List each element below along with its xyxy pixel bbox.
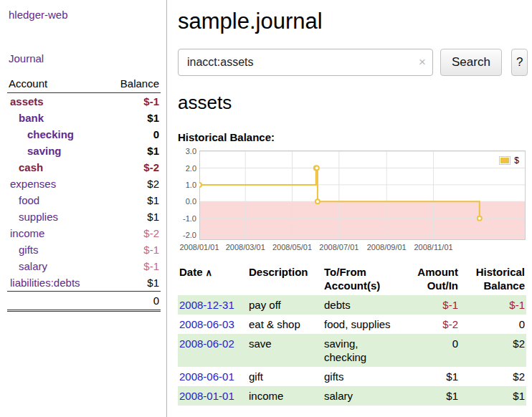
transaction-row: 2008-06-01 gift gifts $1 $2 [178, 367, 526, 386]
account-row: income $-2 [7, 225, 161, 241]
sidebar-item-journal[interactable]: Journal [9, 52, 161, 64]
account-row: food $1 [7, 192, 161, 208]
sidebar-account-gifts[interactable]: gifts [19, 244, 39, 256]
chart-title: Historical Balance: [178, 131, 526, 143]
search-button[interactable]: Search [440, 49, 502, 76]
sidebar-account-assets[interactable]: assets [10, 95, 44, 107]
app-title-link[interactable]: hledger-web [9, 9, 161, 21]
register-header-description: Description [247, 264, 323, 295]
section-title: assets [178, 92, 526, 114]
sidebar-account-salary[interactable]: salary [19, 260, 47, 272]
account-row: salary $-1 [7, 258, 161, 274]
account-balance: $1 [105, 192, 161, 208]
account-balance: $-1 [105, 258, 161, 274]
chart: $ 3.02.01.00.0-1.0-2.02008/01/012008/03/… [178, 148, 526, 255]
accounts-total-value: 0 [105, 292, 161, 311]
transaction-date-link[interactable]: 2008-06-02 [179, 337, 234, 350]
transaction-date-link[interactable]: 2008-12-31 [179, 299, 234, 311]
transaction-accounts: gifts [323, 367, 406, 386]
legend-swatch-fill [500, 158, 509, 163]
account-row: gifts $-1 [7, 241, 161, 258]
sidebar-account-checking[interactable]: checking [27, 128, 74, 140]
sidebar-account-cash[interactable]: cash [19, 161, 43, 173]
transaction-row: 2008-06-02 save saving, checking 0 $2 [178, 334, 526, 367]
account-balance: $-1 [105, 241, 161, 258]
account-balance: $-2 [105, 159, 161, 176]
account-balance: $1 [105, 143, 161, 159]
transaction-row: 2008-01-01 income salary $1 $1 [178, 386, 526, 406]
legend-label: $ [514, 155, 519, 166]
transaction-balance: $1 [460, 386, 526, 406]
sidebar: hledger-web Journal Account Balance asse… [0, 0, 167, 417]
accounts-total-row: 0 [7, 292, 161, 311]
transaction-balance: $-1 [460, 295, 526, 315]
y-tick-label: -2.0 [178, 231, 196, 239]
transaction-accounts: food, supplies [323, 315, 406, 334]
transaction-accounts: saving, checking [323, 334, 406, 367]
transaction-balance: $2 [460, 334, 526, 367]
account-row: assets $-1 [7, 93, 161, 110]
search-box: × [178, 49, 433, 76]
help-button[interactable]: ? [511, 49, 528, 76]
sidebar-account-saving[interactable]: saving [27, 145, 62, 157]
register-header-accounts: To/From Account(s) [323, 264, 406, 295]
register-header-row: Date∧ Description To/From Account(s) Amo… [178, 264, 526, 295]
accounts-header-account: Account [7, 76, 105, 93]
transaction-description: save [247, 334, 323, 367]
transaction-balance: $2 [460, 367, 526, 386]
account-row: bank $1 [7, 110, 161, 126]
transaction-description: pay off [247, 295, 323, 315]
transaction-balance: 0 [460, 315, 526, 334]
transaction-accounts: salary [323, 386, 406, 406]
transaction-amount: $-2 [406, 315, 460, 334]
sidebar-account-supplies[interactable]: supplies [19, 211, 58, 223]
accounts-header-balance: Balance [105, 76, 161, 93]
y-tick-label: 0.0 [178, 197, 196, 206]
account-balance: $-2 [105, 225, 161, 241]
accounts-table: Account Balance assets $-1 bank $1 check… [7, 76, 161, 312]
y-tick-label: 1.0 [178, 181, 196, 189]
transaction-row: 2008-12-31 pay off debts $-1 $-1 [178, 295, 526, 315]
register-header-balance: Historical Balance [460, 264, 526, 295]
transaction-date-link[interactable]: 2008-06-01 [179, 370, 234, 383]
account-balance: $1 [105, 274, 161, 292]
account-row: supplies $1 [7, 208, 161, 225]
transaction-amount: $1 [406, 386, 460, 406]
account-balance: 0 [105, 126, 161, 143]
account-row: checking 0 [7, 126, 161, 143]
account-row: cash $-2 [7, 159, 161, 176]
sidebar-account-food[interactable]: food [19, 194, 39, 206]
transaction-description: income [247, 386, 323, 406]
account-row: expenses $2 [7, 176, 161, 192]
chart-canvas [199, 150, 526, 240]
sidebar-account-expenses[interactable]: expenses [10, 178, 56, 190]
transaction-accounts: debts [323, 295, 406, 315]
sidebar-account-liabilities-debts[interactable]: liabilities:debts [10, 277, 80, 289]
sidebar-account-bank[interactable]: bank [19, 112, 44, 124]
y-tick-label: 2.0 [178, 164, 196, 173]
transaction-date-link[interactable]: 2008-06-03 [179, 318, 234, 330]
transaction-amount: 0 [406, 334, 460, 367]
register-header-amount: Amount Out/In [406, 264, 460, 295]
account-balance: $1 [105, 110, 161, 126]
account-balance: $-1 [105, 93, 161, 110]
x-tick-label: 2008/09/01 [361, 243, 412, 251]
x-tick-label: 2008/03/01 [220, 243, 270, 251]
search-input[interactable] [178, 49, 433, 76]
x-tick-label: 2008/07/01 [314, 243, 364, 251]
sidebar-account-income[interactable]: income [10, 227, 44, 239]
main-content: sample.journal × Search ? assets Histori… [168, 0, 532, 406]
register-header-date[interactable]: Date∧ [178, 264, 247, 295]
transaction-description: gift [247, 367, 323, 386]
x-tick-label: 2008/11/01 [409, 243, 459, 251]
chart-legend: $ [495, 154, 523, 167]
legend-swatch [499, 156, 510, 165]
accounts-header-row: Account Balance [7, 76, 161, 93]
register-table: Date∧ Description To/From Account(s) Amo… [178, 264, 526, 406]
sort-ascending-icon: ∧ [206, 267, 213, 278]
account-row: saving $1 [7, 143, 161, 159]
transaction-description: eat & shop [247, 315, 323, 334]
transaction-row: 2008-06-03 eat & shop food, supplies $-2… [178, 315, 526, 334]
clear-search-icon[interactable]: × [419, 55, 426, 70]
transaction-date-link[interactable]: 2008-01-01 [179, 390, 234, 402]
